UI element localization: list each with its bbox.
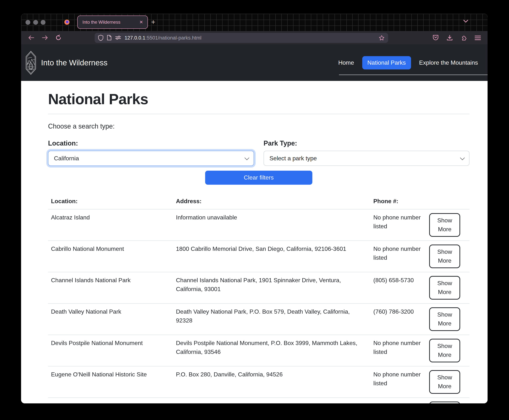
permissions-sliders-icon[interactable]	[115, 36, 121, 40]
bookmark-star-icon[interactable]	[379, 35, 385, 41]
header-actions	[426, 196, 470, 209]
show-more-button[interactable]: Show More	[429, 370, 460, 394]
location-select[interactable]: California	[48, 151, 254, 166]
page-info-icon[interactable]	[107, 35, 112, 41]
tab-strip: Into the Wilderness ✕ +	[21, 14, 487, 31]
parks-table: Location: Address: Phone #: Alcatraz Isl…	[48, 196, 470, 403]
park-type-label: Park Type:	[264, 140, 470, 147]
forward-button[interactable]	[40, 33, 50, 43]
cell-phone: No phone number listed	[370, 366, 426, 398]
table-header-row: Location: Address: Phone #:	[48, 196, 470, 209]
header-phone: Phone #:	[370, 196, 426, 209]
filters-row: Location: California Park Type: Select a…	[48, 140, 470, 166]
cell-phone: (760) 786-3200	[370, 303, 426, 335]
downloads-icon[interactable]	[447, 35, 453, 41]
table-row: Death Valley National Park Death Valley …	[48, 303, 470, 335]
cell-address: P.O. Box 280, Danville, California, 9452…	[173, 366, 370, 398]
window-zoom-button[interactable]	[41, 20, 46, 25]
pocket-icon[interactable]	[433, 35, 439, 41]
header-location: Location:	[48, 196, 173, 209]
show-more-button[interactable]: Show More	[429, 276, 460, 300]
url-bar[interactable]: 127.0.0.1:5501/national-parks.html	[95, 33, 388, 43]
cell-phone: (415) 556-1693	[370, 398, 426, 403]
cell-phone: No phone number listed	[370, 241, 426, 272]
new-tab-button[interactable]: +	[151, 17, 155, 27]
chevron-down-icon	[244, 155, 249, 160]
cell-location: Fort Point National Historic Site	[48, 398, 173, 403]
cell-address: Fort Point National Historic Site, Fort …	[173, 398, 370, 403]
cell-phone: (805) 658-5730	[370, 272, 426, 303]
brand-logo-icon[interactable]	[25, 50, 36, 75]
clear-filters-button[interactable]: Clear filters	[205, 171, 312, 185]
menu-hamburger-icon[interactable]	[475, 35, 481, 40]
browser-tab[interactable]: Into the Wilderness ✕	[77, 15, 148, 29]
desktop: Into the Wilderness ✕ +	[0, 0, 509, 420]
url-text[interactable]: 127.0.0.1:5501/national-parks.html	[125, 35, 375, 40]
cell-location: Alcatraz Island	[48, 209, 173, 241]
extensions-puzzle-icon[interactable]	[461, 35, 467, 41]
table-row: Alcatraz Island Information unavailable …	[48, 209, 470, 241]
cell-address: Information unavailable	[173, 209, 370, 241]
brand-name[interactable]: Into the Wilderness	[41, 58, 107, 67]
url-path: :5501/national-parks.html	[145, 35, 201, 40]
cell-address: 1800 Cabrillo Memorial Drive, San Diego,…	[173, 241, 370, 272]
url-host: 127.0.0.1	[125, 35, 145, 40]
back-button[interactable]	[26, 33, 36, 43]
nav-link-national-parks[interactable]: National Parks	[362, 56, 411, 69]
park-type-select[interactable]: Select a park type	[264, 151, 470, 166]
site-navbar: Into the Wilderness HomeNational ParksEx…	[21, 44, 487, 81]
show-more-button[interactable]: Show More	[429, 339, 460, 362]
nav-underline	[339, 75, 487, 75]
table-row: Channel Islands National Park Channel Is…	[48, 272, 470, 303]
chevron-down-icon	[460, 155, 465, 160]
search-type-prompt: Choose a search type:	[48, 123, 470, 130]
cell-location: Devils Postpile National Monument	[48, 335, 173, 366]
title-divider	[48, 114, 470, 114]
cell-address: Death Valley National Park, P.O. Box 579…	[173, 303, 370, 335]
header-address: Address:	[173, 196, 370, 209]
cell-phone: No phone number listed	[370, 209, 426, 241]
cell-phone: No phone number listed	[370, 335, 426, 366]
shield-icon[interactable]	[98, 35, 104, 41]
list-all-tabs-icon[interactable]	[463, 20, 468, 23]
location-label: Location:	[48, 140, 254, 147]
nav-link-explore-the-mountains[interactable]: Explore the Mountains	[414, 56, 483, 69]
show-more-button[interactable]: Show More	[429, 245, 460, 268]
show-more-button[interactable]: Show More	[429, 402, 460, 403]
tab-title: Into the Wilderness	[83, 19, 139, 25]
cell-location: Channel Islands National Park	[48, 272, 173, 303]
table-row: Eugene O'Neill National Historic Site P.…	[48, 366, 470, 398]
cell-location: Death Valley National Park	[48, 303, 173, 335]
park-type-select-value: Select a park type	[269, 155, 460, 162]
cell-address: Devils Postpile National Monument, P.O. …	[173, 335, 370, 366]
show-more-button[interactable]: Show More	[429, 307, 460, 331]
reload-button[interactable]	[53, 33, 63, 43]
browser-window: Into the Wilderness ✕ +	[21, 14, 487, 403]
cell-address: Channel Islands National Park, 1901 Spin…	[173, 272, 370, 303]
cell-location: Eugene O'Neill National Historic Site	[48, 366, 173, 398]
nav-links: HomeNational ParksExplore the Mountains	[333, 56, 483, 69]
page-title: National Parks	[48, 90, 470, 107]
window-close-button[interactable]	[25, 20, 30, 25]
show-more-button[interactable]: Show More	[429, 213, 460, 237]
table-row: Fort Point National Historic Site Fort P…	[48, 398, 470, 403]
window-minimize-button[interactable]	[33, 20, 38, 25]
firefox-view-icon[interactable]	[64, 20, 69, 25]
page-content: National Parks Choose a search type: Loc…	[21, 81, 487, 403]
tab-close-icon[interactable]: ✕	[139, 19, 144, 25]
nav-link-home[interactable]: Home	[333, 56, 359, 69]
location-select-value: California	[54, 155, 245, 162]
toolbar-right-icons	[433, 35, 482, 41]
table-row: Cabrillo National Monument 1800 Cabrillo…	[48, 241, 470, 272]
cell-location: Cabrillo National Monument	[48, 241, 173, 272]
browser-toolbar: 127.0.0.1:5501/national-parks.html	[21, 31, 487, 44]
table-row: Devils Postpile National Monument Devils…	[48, 335, 470, 366]
